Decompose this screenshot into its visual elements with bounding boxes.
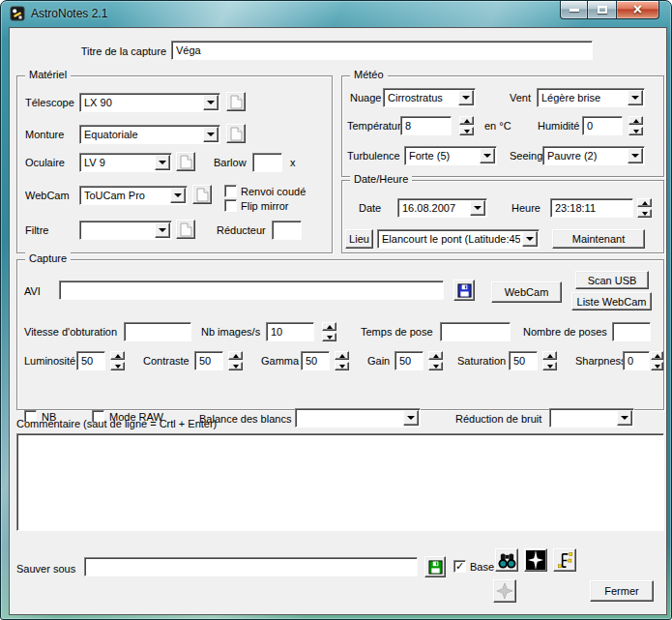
nb-images-label: Nb images/s: [201, 326, 260, 338]
chevron-down-icon[interactable]: [155, 155, 170, 170]
spin-up-button[interactable]: [459, 116, 474, 125]
nuage-select[interactable]: Cirrostratus: [383, 88, 476, 107]
spin-up-button[interactable]: [637, 198, 652, 207]
reduction-bruit-select[interactable]: [549, 408, 634, 428]
fermer-button[interactable]: Fermer: [590, 580, 654, 602]
list-button[interactable]: [553, 548, 576, 572]
chevron-down-icon[interactable]: [203, 95, 219, 110]
spin-up-button[interactable]: [651, 351, 663, 360]
contraste-input[interactable]: [194, 351, 223, 370]
chevron-down-icon[interactable]: [480, 148, 495, 163]
search-button[interactable]: [495, 548, 518, 572]
liste-webcam-button[interactable]: Liste WebCam: [571, 292, 652, 310]
chevron-down-icon[interactable]: [458, 90, 474, 105]
sauver-sous-label: Sauver sous: [16, 563, 75, 575]
maintenant-button[interactable]: Maintenant: [552, 229, 645, 249]
webcam-button[interactable]: WebCam: [491, 281, 562, 303]
telescope-select[interactable]: LX 90: [79, 93, 220, 112]
maximize-button[interactable]: [588, 1, 616, 19]
lieu-button[interactable]: Lieu: [345, 229, 373, 249]
spin-up-button[interactable]: [542, 351, 557, 360]
chevron-down-icon[interactable]: [155, 222, 170, 238]
spin-down-button[interactable]: [651, 362, 663, 370]
lieu-select[interactable]: Elancourt le pont (Latitude:45°!: [377, 229, 540, 249]
chevron-down-icon[interactable]: [522, 231, 538, 247]
avi-save-button[interactable]: [453, 280, 475, 301]
vent-label: Vent: [510, 92, 531, 103]
spin-up-button[interactable]: [322, 322, 336, 331]
meteo-legend: Météo: [350, 69, 388, 80]
filtre-new-button[interactable]: [176, 220, 195, 239]
turbulence-select[interactable]: Forte (5): [404, 146, 497, 165]
nombre-poses-label: Nombre de poses: [523, 326, 607, 338]
reducteur-input[interactable]: [272, 221, 302, 240]
barlow-input[interactable]: [252, 153, 282, 172]
sauver-save-button[interactable]: [424, 556, 446, 577]
oculaire-select[interactable]: LV 9: [79, 153, 172, 172]
spin-down-button[interactable]: [542, 362, 557, 370]
balance-blancs-select[interactable]: [295, 408, 421, 428]
monture-select[interactable]: Equatoriale: [79, 125, 220, 144]
base-checkbox[interactable]: ✓: [453, 560, 466, 573]
commentaire-textarea[interactable]: [16, 433, 664, 531]
date-heure-group: Date/Heure Date 16.08.2007 Heure Lieu El…: [341, 180, 664, 253]
chevron-down-icon[interactable]: [203, 127, 219, 142]
flip-mirror-checkbox[interactable]: [224, 199, 237, 212]
webcam-select[interactable]: ToUCam Pro: [79, 186, 188, 205]
gain-input[interactable]: [394, 351, 424, 370]
avi-input[interactable]: [59, 280, 444, 300]
spin-up-button[interactable]: [335, 351, 349, 360]
spin-down-button[interactable]: [228, 362, 243, 370]
vent-select[interactable]: Légère brise: [537, 88, 645, 107]
spin-up-button[interactable]: [628, 116, 643, 125]
spin-down-button[interactable]: [335, 362, 349, 370]
chevron-down-icon[interactable]: [628, 148, 643, 163]
heure-label: Heure: [511, 202, 541, 214]
vitesse-input[interactable]: [124, 322, 191, 341]
minimize-button[interactable]: [560, 1, 588, 19]
renvoi-coude-checkbox[interactable]: [224, 185, 237, 197]
spin-down-button[interactable]: [637, 209, 652, 218]
close-icon: [633, 3, 642, 16]
humidite-input[interactable]: [582, 116, 623, 135]
spin-down-button[interactable]: [110, 362, 125, 370]
gamma-input[interactable]: [301, 351, 330, 370]
spin-up-button[interactable]: [228, 351, 243, 360]
seeing-select[interactable]: Pauvre (2): [542, 146, 645, 165]
sauver-sous-input[interactable]: [84, 557, 418, 576]
chevron-down-icon[interactable]: [170, 188, 186, 203]
titre-capture-input[interactable]: [171, 41, 593, 60]
temperature-input[interactable]: [400, 116, 452, 135]
saturation-input[interactable]: [509, 351, 538, 370]
star-button[interactable]: [524, 548, 547, 572]
webcam-new-button[interactable]: [192, 185, 212, 204]
spin-down-button[interactable]: [459, 127, 474, 135]
luminosite-input[interactable]: [76, 351, 105, 370]
monture-new-button[interactable]: [226, 124, 246, 143]
spin-down-button[interactable]: [322, 333, 336, 341]
spin-down-button[interactable]: [428, 362, 443, 370]
close-button[interactable]: [616, 1, 659, 19]
spin-up-button[interactable]: [110, 351, 125, 360]
spin-up-button[interactable]: [428, 351, 443, 360]
chevron-down-icon[interactable]: [628, 90, 643, 105]
commentaire-label: Commentaire (saut de ligne = Crtl + Ente…: [16, 418, 217, 429]
gamma-label: Gamma: [261, 355, 299, 367]
spin-down-button[interactable]: [628, 127, 643, 135]
telescope-new-button[interactable]: [226, 92, 246, 111]
temps-pose-input[interactable]: [440, 322, 511, 341]
filtre-select[interactable]: [79, 221, 172, 240]
nb-images-input[interactable]: [266, 322, 314, 341]
nombre-poses-input[interactable]: [612, 322, 651, 341]
date-select[interactable]: 16.08.2007: [397, 198, 487, 218]
scan-usb-button[interactable]: Scan USB: [575, 271, 649, 289]
chevron-down-icon[interactable]: [470, 200, 485, 216]
chevron-down-icon[interactable]: [403, 410, 419, 426]
seeing-value: Pauvre (2): [547, 150, 626, 162]
heure-input[interactable]: [550, 198, 633, 218]
oculaire-new-button[interactable]: [176, 152, 195, 171]
sharpness-input[interactable]: [623, 351, 650, 370]
chevron-down-icon[interactable]: [617, 410, 632, 426]
caption-buttons: [560, 1, 659, 19]
titlebar[interactable]: AstroNotes 2.1: [1, 1, 671, 27]
